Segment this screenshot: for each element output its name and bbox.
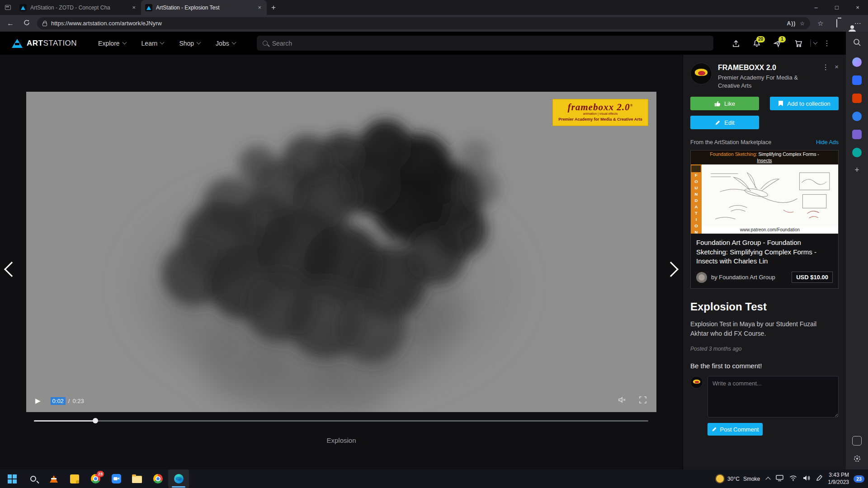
video-player[interactable]: frameboxx 2.0® animation | visual effect… <box>26 92 656 412</box>
sidebar-close-icon[interactable]: × <box>835 63 839 89</box>
minimize-button[interactable]: – <box>806 0 826 15</box>
lock-icon[interactable] <box>42 23 47 26</box>
taskbar-clock[interactable]: 3:43 PM 1/9/2023 <box>828 472 849 486</box>
ad-seller-avatar <box>696 272 707 283</box>
edit-button[interactable]: Edit <box>690 116 759 129</box>
video-controls: ▶ 0:02 / 0:23 <box>26 393 656 408</box>
marketplace-ad-card[interactable]: Foundation Sketching: Simplifying Comple… <box>690 150 839 289</box>
cast-icon[interactable] <box>776 475 783 483</box>
user-avatar[interactable] <box>810 39 811 47</box>
favorites-bar-icon[interactable]: ☆ <box>815 19 826 28</box>
video-progress-bar[interactable] <box>34 418 648 423</box>
chevron-down-icon <box>231 40 236 45</box>
browser-tab-bar: ArtStation - ZOTD - Concept Cha × ArtSta… <box>0 0 868 15</box>
taskbar-search-icon[interactable] <box>23 469 43 488</box>
tab-title: ArtStation - ZOTD - Concept Cha <box>30 5 127 11</box>
previous-artwork-button[interactable] <box>2 256 22 283</box>
add-tool-icon[interactable]: + <box>854 166 859 174</box>
action-center-badge[interactable]: 23 <box>854 475 864 483</box>
nav-kebab-icon[interactable]: ⋮ <box>820 39 834 47</box>
zoom-icon[interactable] <box>106 469 127 488</box>
play-button[interactable]: ▶ <box>35 397 41 405</box>
artwork-sidebar: FRAMEBOXX 2.0 Premier Academy For Media … <box>683 55 846 469</box>
outlook-icon[interactable] <box>852 112 862 121</box>
media-player-icon[interactable] <box>43 469 64 488</box>
drop-icon[interactable] <box>852 148 862 157</box>
weather-widget[interactable]: 30°C Smoke <box>716 475 760 483</box>
nav-item-shop[interactable]: Shop <box>171 40 208 47</box>
duration: 0:23 <box>72 398 84 404</box>
browser-toolbar: ← https://www.artstation.com/artwork/eJN… <box>0 15 868 32</box>
nav-item-learn[interactable]: Learn <box>134 40 172 47</box>
comment-input[interactable] <box>708 376 839 418</box>
customize-sidebar-icon[interactable] <box>852 436 862 446</box>
progress-knob[interactable] <box>93 418 98 423</box>
hide-ads-link[interactable]: Hide Ads <box>816 139 839 145</box>
artwork-title: Explosion Test <box>690 300 839 313</box>
windows-taskbar: 23 30°C Smoke 3:43 PM 1/9/2023 23 <box>0 469 868 488</box>
chrome-icon-with-badge[interactable]: 23 <box>85 469 106 488</box>
wifi-icon[interactable] <box>789 475 797 483</box>
browser-tab-inactive[interactable]: ArtStation - ZOTD - Concept Cha × <box>15 0 141 15</box>
games-icon[interactable] <box>852 130 862 139</box>
shopping-icon[interactable] <box>852 75 862 85</box>
chrome-icon[interactable] <box>147 469 168 488</box>
chevron-down-icon <box>122 40 127 45</box>
microsoft365-icon[interactable] <box>852 94 862 103</box>
sidebar-kebab-icon[interactable]: ⋮ <box>818 63 833 89</box>
tab-actions-icon[interactable] <box>0 0 15 15</box>
upload-button[interactable] <box>727 34 745 52</box>
like-button[interactable]: Like <box>690 97 759 110</box>
back-icon[interactable]: ← <box>5 19 16 28</box>
post-comment-button[interactable]: Post Comment <box>708 423 763 436</box>
artstation-favicon-icon <box>145 4 152 11</box>
volume-icon[interactable] <box>803 475 810 483</box>
notes-app-icon[interactable] <box>64 469 85 488</box>
pen-icon[interactable] <box>816 475 822 483</box>
clock-time: 3:43 PM <box>828 472 849 479</box>
collections-icon[interactable] <box>831 19 843 27</box>
refresh-icon[interactable] <box>21 19 33 28</box>
sidebar-search-icon[interactable] <box>853 38 862 49</box>
url-text[interactable]: https://www.artstation.com/artwork/eJNyr… <box>51 20 783 27</box>
clock-date: 1/9/2023 <box>828 479 849 486</box>
read-aloud-icon[interactable]: A)) <box>787 20 796 27</box>
tab-close-icon[interactable]: × <box>256 4 263 11</box>
favorite-star-icon[interactable]: ☆ <box>800 20 805 27</box>
close-button[interactable]: × <box>847 0 868 15</box>
artstation-logo[interactable]: ARTSTATION <box>12 39 77 48</box>
nav-item-explore[interactable]: Explore <box>90 40 133 47</box>
start-button[interactable] <box>2 469 23 488</box>
studio-name[interactable]: FRAMEBOXX 2.0 <box>718 64 812 72</box>
ad-title[interactable]: Foundation Art Group - Foundation Sketch… <box>691 234 838 269</box>
ad-vertical-banner: FOUNDATION <box>691 164 702 234</box>
edge-icon-active[interactable] <box>168 469 189 488</box>
maximize-button[interactable]: □ <box>826 0 847 15</box>
search-input[interactable]: Search <box>257 36 713 51</box>
frameboxx-watermark: frameboxx 2.0® animation | visual effect… <box>552 99 648 126</box>
ad-seller-name[interactable]: by Foundation Art Group <box>711 274 775 281</box>
copilot-icon[interactable] <box>852 57 862 67</box>
fullscreen-icon[interactable] <box>638 395 647 406</box>
chevron-down-icon <box>197 40 201 45</box>
next-artwork-button[interactable] <box>661 256 681 283</box>
browser-tab-active[interactable]: ArtStation - Explosion Test × <box>141 0 267 15</box>
new-tab-button[interactable]: + <box>267 0 280 15</box>
nav-item-jobs[interactable]: Jobs <box>208 40 243 47</box>
studio-avatar[interactable] <box>690 63 712 84</box>
mute-icon[interactable] <box>618 395 627 406</box>
settings-gear-icon[interactable] <box>853 454 862 465</box>
add-to-collection-button[interactable]: Add to collection <box>770 97 839 110</box>
address-bar[interactable]: https://www.artstation.com/artwork/eJNyr… <box>37 17 810 29</box>
hidden-icons-chevron[interactable] <box>766 477 771 482</box>
chevron-down-icon[interactable] <box>813 40 818 45</box>
notifications-bell-icon[interactable]: 20 <box>748 34 766 52</box>
file-explorer-icon[interactable] <box>127 469 147 488</box>
edge-sidebar: + <box>846 32 868 469</box>
messages-send-icon[interactable]: 1 <box>769 34 787 52</box>
cart-icon[interactable] <box>789 34 807 52</box>
marketplace-label: From the ArtStation Marketplace <box>690 139 771 145</box>
ad-image[interactable]: Foundation Sketching: Simplifying Comple… <box>691 150 838 234</box>
tab-close-icon[interactable]: × <box>131 4 137 11</box>
smoke-explosion-frame <box>26 92 656 412</box>
